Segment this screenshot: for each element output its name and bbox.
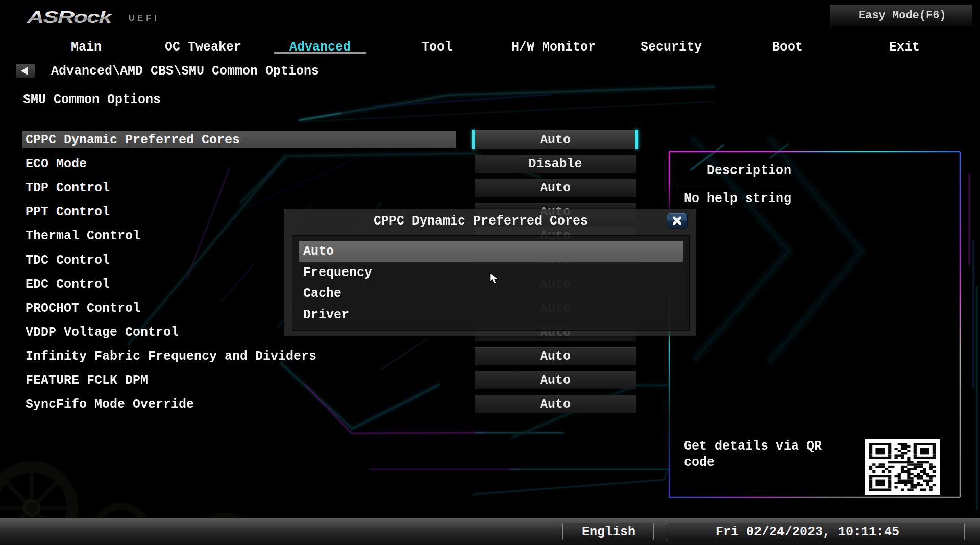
svg-text:ASRock: ASRock	[27, 8, 113, 27]
svg-text:UEFI: UEFI	[129, 14, 159, 22]
